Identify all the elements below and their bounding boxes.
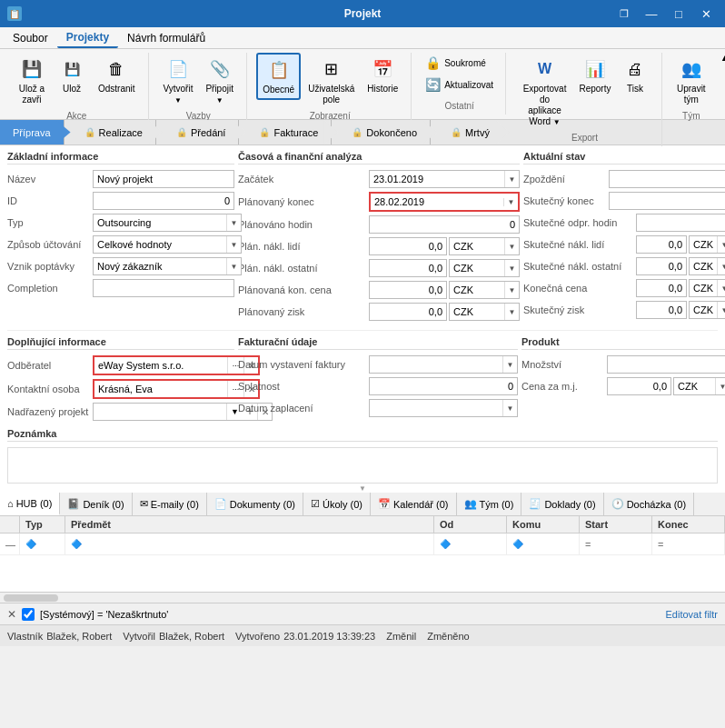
splatnost-input[interactable] [369,377,518,395]
id-input[interactable] [93,192,234,210]
user-fields-button[interactable]: ⊞ Uživatelskápole [303,53,360,109]
sk-zisk-czk-arrow[interactable]: ▼ [717,302,725,318]
close-button[interactable]: ✕ [694,4,718,24]
tab-doklady[interactable]: 🧾 Doklady (0) [521,493,603,515]
zaplaceni-arrow[interactable]: ▼ [502,400,517,416]
cena-czk-arrow[interactable]: ▼ [715,378,725,394]
workflow-dokonceno[interactable]: 🔒 Dokončeno [339,120,431,145]
datum-faktury-dropdown[interactable]: ▼ [369,355,518,374]
zpusob-dropdown[interactable]: ▼ [93,235,242,254]
tab-denik[interactable]: 📓 Deník (0) [60,493,132,515]
attach-button[interactable]: 📎 Připojit ▼ [200,53,239,109]
zpusob-arrow[interactable]: ▼ [226,236,241,253]
hodiny-input[interactable] [369,215,520,234]
obecne-button[interactable]: 📋 Obecné [256,53,301,100]
save-close-button[interactable]: 💾 Ulož azavři [13,53,51,109]
filter-edit-button[interactable]: Editovat filtr [666,609,718,620]
konec-input[interactable] [371,194,503,210]
zisk-czk-input[interactable] [450,304,504,320]
create-button[interactable]: 📄 Vytvořit ▼ [158,53,199,109]
konecna-cena-input[interactable] [636,279,687,297]
sk-zisk-czk-input[interactable] [690,302,717,318]
cena-input[interactable] [607,377,671,395]
nazev-input[interactable] [93,170,234,188]
tab-dochazka[interactable]: 🕐 Docházka (0) [604,493,694,515]
filter-close-button[interactable]: ✕ [7,608,16,621]
workflow-predani[interactable]: 🔒 Předání [164,120,240,145]
delete-button[interactable]: 🗑 Odstranit [93,53,141,98]
sk-nakl-ost-czk-input[interactable] [690,258,717,274]
zisk-input[interactable] [369,303,447,321]
sk-konec-dropdown[interactable]: ▼ [609,192,725,210]
sk-nakl-lidi-czk-input[interactable] [690,236,717,253]
reports-button[interactable]: 📊 Reporty [576,53,614,98]
restore-button[interactable]: ❐ [612,4,636,24]
konecna-cena-czk-arrow[interactable]: ▼ [717,280,725,296]
sk-nakl-ost-input[interactable] [636,257,687,275]
konecna-cena-czk-input[interactable] [690,280,717,296]
typ-dropdown[interactable]: ▼ [93,214,242,232]
maximize-button[interactable]: □ [667,4,690,24]
zisk-czk-arrow[interactable]: ▼ [504,304,519,320]
sk-nakl-lidi-czk-arrow[interactable]: ▼ [717,236,725,253]
tab-emaily[interactable]: ✉ E-maily (0) [133,493,207,515]
tab-kalendar[interactable]: 📅 Kalendář (0) [371,493,457,515]
note-input[interactable] [8,448,717,483]
kon-cena-czk[interactable]: ▼ [449,281,520,299]
sk-nakl-ost-czk[interactable]: ▼ [689,257,725,275]
filter-checkbox[interactable] [22,608,35,621]
konec-arrow[interactable]: ▼ [503,198,518,206]
zaplaceni-dropdown[interactable]: ▼ [369,399,518,417]
nakl-lidi-input[interactable] [369,237,447,255]
workflow-realizace[interactable]: 🔒 Realizace [72,120,156,145]
workflow-mrtvy[interactable]: 🔒 Mrtvý [438,120,502,145]
kontakt-input[interactable] [94,381,227,397]
mnozstvi-input[interactable] [607,355,725,374]
odberatel-input[interactable] [94,357,227,374]
nakl-lidi-czk-input[interactable] [450,238,504,254]
minimize-button[interactable]: — [640,4,663,24]
kon-cena-input[interactable] [369,281,447,299]
table-row[interactable]: — 🔷 🔷 🔷 🔷 = = [0,534,725,555]
typ-arrow[interactable]: ▼ [226,214,241,231]
datum-faktury-arrow[interactable]: ▼ [502,356,517,373]
nakl-ostatni-czk[interactable]: ▼ [449,259,520,277]
horizontal-scrollbar[interactable] [0,592,725,603]
workflow-priprava[interactable]: Příprava [0,120,65,145]
sk-hodiny-input[interactable] [636,214,725,232]
sk-nakl-lidi-input[interactable] [636,235,687,254]
kon-cena-czk-arrow[interactable]: ▼ [504,282,519,298]
typ-input[interactable] [94,214,226,231]
private-button[interactable]: 🔒 Soukromé [421,53,498,73]
cena-czk-input[interactable] [674,378,715,394]
save-button[interactable]: 💾 Ulož [53,53,91,98]
vznik-arrow[interactable]: ▼ [226,258,241,274]
zpozdeni-input[interactable] [609,170,725,188]
sk-zisk-czk[interactable]: ▼ [689,301,725,319]
tab-dokumenty[interactable]: 📄 Dokumenty (0) [207,493,303,515]
zisk-czk[interactable]: ▼ [449,303,520,321]
scrollbar-thumb[interactable] [4,594,58,602]
export-word-button[interactable]: W Exportovat doaplikace Word ▼ [515,53,574,131]
completion-input[interactable] [93,279,234,297]
sk-zisk-input[interactable] [636,301,687,319]
menu-navrh[interactable]: Návrh formulářů [118,29,214,47]
sk-nakl-lidi-czk[interactable]: ▼ [689,235,725,254]
nakl-lidi-czk[interactable]: ▼ [449,237,520,255]
zaplaceni-input[interactable] [370,400,502,416]
ribbon-collapse-icon[interactable]: ▲ [720,53,725,63]
zacatek-dropdown[interactable]: ▼ [369,170,520,188]
cena-czk[interactable]: ▼ [673,377,725,395]
menu-projekty[interactable]: Projekty [57,28,118,48]
sk-nakl-ost-czk-arrow[interactable]: ▼ [717,258,725,274]
edit-team-button[interactable]: 👥 Upravittým [671,53,711,109]
tab-ukoly[interactable]: ☑ Úkoly (0) [303,493,371,515]
refresh-button[interactable]: 🔄 Aktualizovat [421,75,498,95]
menu-soubor[interactable]: Soubor [4,29,57,47]
tab-tym[interactable]: 👥 Tým (0) [457,493,522,515]
nakl-ostatni-czk-arrow[interactable]: ▼ [504,260,519,276]
nakl-ostatni-czk-input[interactable] [450,260,504,276]
vznik-dropdown[interactable]: ▼ [93,257,242,275]
sk-konec-input[interactable] [610,193,725,209]
zacatek-input[interactable] [370,171,504,187]
